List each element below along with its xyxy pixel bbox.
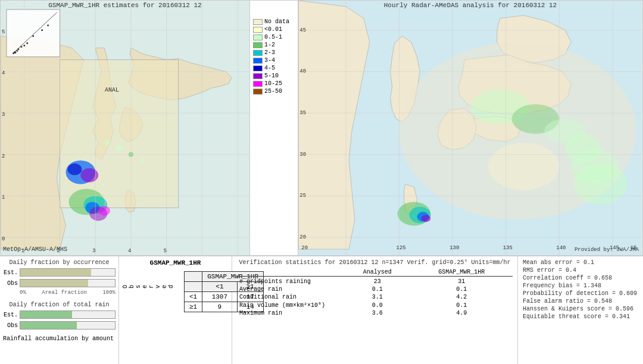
svg-point-34	[14, 51, 15, 53]
svg-point-35	[20, 46, 22, 48]
vt-analysed-3: 0.0	[344, 301, 411, 309]
vt-analysed-4: 3.6	[344, 309, 411, 317]
verif-panel: Verification statistics for 20160312 12 …	[232, 256, 518, 364]
svg-point-57	[421, 215, 430, 222]
legend-color-box	[253, 27, 263, 33]
legend-item: 4-5	[253, 65, 289, 71]
hist-fill-est2	[20, 311, 72, 318]
right-map-panel: Hourly Radar-AMeDAS analysis for 2016031…	[298, 0, 643, 256]
ct-blank2	[185, 282, 202, 292]
svg-text:135: 135	[503, 245, 513, 251]
hist-bar-obs1: Obs	[3, 279, 116, 287]
legend-color-box	[253, 73, 263, 79]
legend-item-label: 2-3	[264, 49, 275, 56]
legend-item-label: 1-2	[264, 42, 275, 48]
legend-item-label: <0.01	[264, 26, 282, 33]
legend-item: 10-25	[253, 80, 289, 87]
score-2: Correlation coeff = 0.658	[523, 275, 638, 281]
hist-fill-est1	[20, 269, 91, 276]
hist-bg-obs2	[20, 321, 116, 330]
legend-panel: No data<0.010.5-11-22-33-44-55-1010-2525…	[250, 0, 298, 256]
vt-col-analysed: Analysed	[344, 268, 411, 277]
svg-text:30: 30	[299, 152, 306, 158]
vt-analysed-2: 3.1	[344, 293, 411, 301]
ct-row-ge1: ≥1	[185, 302, 202, 312]
hist-label-est1: Est.	[3, 269, 18, 276]
hist-bg-est1	[20, 268, 116, 277]
bottom-row: Daily fraction by occurrence Est. Obs 0%…	[0, 256, 643, 364]
ct-row-lt1: <1	[185, 292, 202, 302]
score-6: Hanssen & Kuipers score = 0.596	[523, 306, 638, 312]
vt-blank	[237, 268, 344, 277]
legend-item: 3-4	[253, 57, 289, 64]
score-3: Frequency bias = 1.348	[523, 283, 638, 289]
svg-text:140: 140	[556, 245, 566, 251]
scores-panel: Mean abs error = 0.1 RMS error = 0.4 Cor…	[518, 256, 643, 364]
svg-text:5: 5	[164, 248, 167, 254]
legend-item-label: 5-10	[264, 73, 279, 79]
hist-axis1: 0% Areal fraction 100%	[3, 290, 116, 296]
svg-point-11	[116, 146, 122, 152]
legend-color-box	[253, 42, 263, 48]
verif-table: Analysed GSMAP_MWR_1HR # gridpoints rain…	[237, 268, 513, 317]
svg-point-40	[47, 24, 49, 26]
legend-item-label: 0.5-1	[264, 34, 282, 40]
legend-item: <0.01	[253, 26, 289, 33]
hist-bar-est2: Est.	[3, 310, 116, 319]
vt-label-1: Average rain	[237, 285, 344, 293]
vt-label-0: # gridpoints raining	[237, 278, 344, 285]
legend-item-label: No data	[264, 18, 289, 25]
vt-gsmap-1: 0.1	[411, 285, 513, 293]
left-map-panel: GSMAP_MWR_1HR estimates for 20160312 12	[0, 0, 250, 256]
svg-text:2: 2	[2, 153, 5, 159]
svg-text:3: 3	[2, 112, 5, 118]
svg-text:4: 4	[128, 248, 131, 254]
legend-color-box	[253, 19, 263, 25]
svg-text:1: 1	[2, 194, 5, 200]
legend-color-box	[253, 50, 263, 56]
histogram-daily-rain-title: Daily fraction of total rain	[3, 302, 116, 308]
score-7: Equitable threat score = 0.341	[523, 313, 638, 320]
maps-row: GSMAP_MWR_1HR estimates for 20160312 12	[0, 0, 643, 256]
svg-text:3: 3	[92, 248, 95, 254]
svg-point-37	[26, 42, 28, 44]
histogram-panel: Daily fraction by occurrence Est. Obs 0%…	[0, 256, 119, 364]
hist-axis-mid: Areal fraction	[42, 290, 87, 296]
legend-item: No data	[253, 18, 289, 25]
svg-point-5	[67, 164, 82, 175]
score-0: Mean abs error = 0.1	[523, 259, 638, 266]
hist-fill-obs1	[20, 280, 88, 287]
vt-analysed-1: 0.1	[344, 285, 411, 293]
svg-point-10	[98, 206, 110, 215]
legend-color-box	[253, 34, 263, 40]
hist-label-obs2: Obs	[3, 322, 18, 329]
hist-label-obs1: Obs	[3, 280, 18, 287]
hist-bg-obs1	[20, 279, 116, 287]
hist-label-est2: Est.	[3, 312, 18, 318]
svg-point-38	[32, 35, 34, 37]
svg-text:20: 20	[301, 245, 308, 251]
left-map-svg: 5 4 3 2 1 0 1 2 3 4 5	[1, 1, 249, 255]
svg-point-64	[488, 143, 559, 190]
score-4: Probability of detection = 0.609	[523, 290, 638, 297]
vt-gsmap-3: 0.1	[411, 301, 513, 309]
vt-analysed-0: 23	[344, 278, 411, 285]
svg-point-31	[16, 50, 18, 52]
svg-text:40: 40	[299, 68, 306, 74]
hist-axis-0: 0%	[20, 290, 26, 296]
svg-text:25: 25	[299, 193, 306, 199]
svg-point-63	[574, 164, 628, 205]
ct-header-blank	[185, 272, 202, 282]
verif-title: Verification statistics for 20160312 12 …	[237, 259, 513, 266]
vt-gsmap-2: 4.2	[411, 293, 513, 301]
anal-label: ANAL	[105, 87, 119, 93]
legend-item: 0.5-1	[253, 34, 289, 40]
vt-label-4: Maximum rain	[237, 309, 344, 317]
svg-text:130: 130	[450, 245, 459, 251]
vt-gsmap-4: 4.9	[411, 309, 513, 317]
contingency-title: GSMAP_MWR_1HR	[122, 259, 229, 266]
svg-text:5: 5	[2, 29, 5, 35]
hist-bg-est2	[20, 310, 116, 319]
svg-text:20: 20	[299, 234, 306, 240]
svg-text:35: 35	[299, 110, 306, 116]
